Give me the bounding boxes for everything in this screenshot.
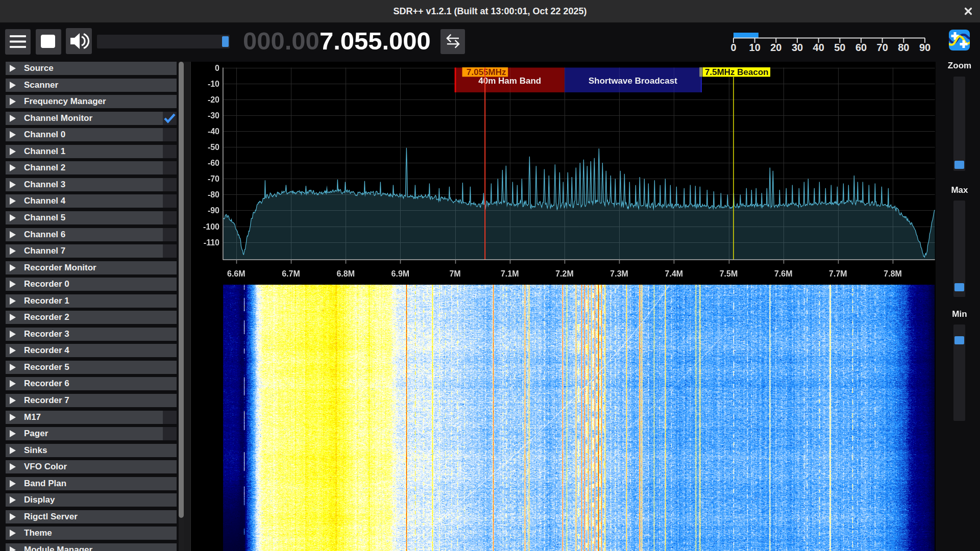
svg-text:60: 60: [855, 42, 867, 53]
svg-text:80: 80: [898, 42, 909, 53]
svg-text:30: 30: [792, 42, 803, 53]
svg-text:50: 50: [834, 42, 845, 53]
svg-text:20: 20: [770, 42, 781, 53]
svg-text:40: 40: [813, 42, 824, 53]
svg-text:0: 0: [730, 42, 736, 53]
svg-text:10: 10: [749, 42, 761, 53]
svg-text:70: 70: [877, 42, 888, 53]
svg-text:90: 90: [919, 42, 930, 53]
